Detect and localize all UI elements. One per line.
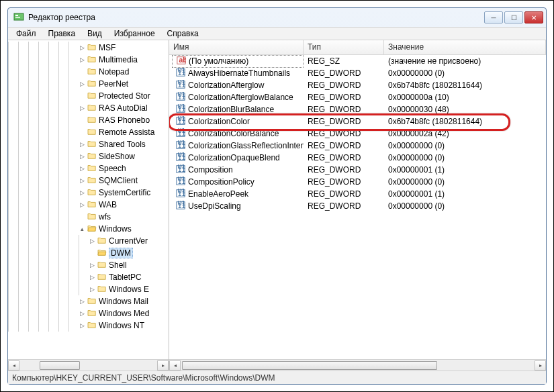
tree-item[interactable]: ▷Windows Mail (8, 295, 169, 307)
scroll-track[interactable] (181, 360, 535, 371)
tree-item[interactable]: ▷Windows Med (8, 307, 169, 320)
column-header-type[interactable]: Тип (304, 40, 384, 54)
value-row[interactable]: 011110AlwaysHibernateThumbnailsREG_DWORD… (169, 67, 546, 79)
value-row[interactable]: 011110UseDpiScalingREG_DWORD0x00000000 (… (169, 200, 546, 212)
expander-icon[interactable]: ▷ (89, 238, 95, 244)
dword-value-icon: 011110 (176, 164, 185, 176)
scroll-right-button[interactable]: ▸ (157, 360, 169, 371)
value-list[interactable]: ab(По умолчанию)REG_SZ(значение не присв… (169, 55, 546, 359)
expander-icon[interactable]: ▷ (89, 286, 95, 293)
tree-item[interactable]: ▷Multimedia (8, 54, 169, 66)
scroll-left-button[interactable]: ◂ (169, 360, 181, 371)
value-row[interactable]: 011110ColorizationGlassReflectionIntensi… (169, 140, 546, 152)
expander-icon[interactable]: ▷ (79, 201, 85, 208)
menu-favorites[interactable]: Избранное (109, 28, 160, 40)
value-row[interactable]: 011110ColorizationOpaqueBlendREG_DWORD0x… (169, 152, 546, 164)
expander-icon[interactable]: ▴ (79, 226, 85, 232)
expander-icon[interactable] (79, 213, 85, 220)
titlebar[interactable]: Редактор реестра ─ ☐ ✕ (8, 8, 546, 27)
scroll-thumb[interactable] (40, 361, 80, 370)
value-row[interactable]: 011110ColorizationAfterglowREG_DWORD0x6b… (169, 79, 546, 91)
expander-icon[interactable]: ▷ (89, 274, 95, 281)
value-row[interactable]: 011110ColorizationColorBalanceREG_DWORD0… (169, 128, 546, 140)
tree-item[interactable]: DWM (8, 247, 169, 259)
tree-item[interactable]: ▷RAS AutoDial (8, 102, 169, 114)
svg-text:110: 110 (178, 177, 185, 185)
menu-file[interactable]: Файл (11, 28, 42, 40)
column-header-name[interactable]: Имя (169, 40, 304, 54)
close-button[interactable]: ✕ (524, 11, 543, 23)
menu-view[interactable]: Вид (82, 28, 107, 40)
menubar: Файл Правка Вид Избранное Справка (8, 27, 546, 40)
value-row[interactable]: 011110ColorizationColorREG_DWORD0x6b74b8… (169, 115, 546, 128)
tree-item[interactable]: Notepad (8, 66, 169, 78)
tree-item[interactable]: Protected Stor (8, 90, 169, 102)
scroll-left-button[interactable]: ◂ (8, 360, 19, 371)
value-row[interactable]: 011110CompositionPolicyREG_DWORD0x000000… (169, 176, 546, 188)
value-data: 0x00000000 (0) (384, 141, 546, 150)
value-name-cell: 011110UseDpiScaling (172, 201, 304, 212)
dword-value-icon: 011110 (176, 68, 185, 79)
value-row[interactable]: 011110CompositionREG_DWORD0x00000001 (1) (169, 164, 546, 176)
tree-item[interactable]: Remote Assista (8, 126, 169, 138)
value-name: UseDpiScaling (188, 201, 241, 211)
value-data: 0x00000030 (48) (384, 105, 546, 114)
expander-icon[interactable]: ▷ (79, 56, 85, 63)
expander-icon[interactable] (79, 117, 85, 124)
tree-item[interactable]: ▷SystemCertific (8, 187, 169, 199)
tree-item[interactable]: RAS Phonebo (8, 114, 169, 126)
expander-icon[interactable] (79, 129, 85, 136)
scroll-right-button[interactable]: ▸ (535, 360, 546, 371)
value-row[interactable]: 011110ColorizationAfterglowBalanceREG_DW… (169, 91, 546, 103)
expander-icon[interactable]: ▷ (79, 322, 85, 329)
expander-icon[interactable]: ▷ (79, 153, 85, 160)
tree-item[interactable]: ▷Shared Tools (8, 138, 169, 150)
value-type: REG_DWORD (304, 81, 384, 90)
tree-item[interactable]: ▷Speech (8, 162, 169, 175)
tree-item[interactable]: ▷CurrentVer (8, 235, 169, 247)
list-horizontal-scrollbar[interactable]: ◂ ▸ (169, 359, 546, 371)
expander-icon[interactable] (89, 250, 95, 256)
scroll-track[interactable] (19, 360, 157, 371)
scroll-thumb[interactable] (182, 361, 437, 370)
registry-tree[interactable]: ▷MSF▷MultimediaNotepad▷PeerNetProtected … (8, 40, 169, 333)
expander-icon[interactable]: ▷ (79, 44, 85, 51)
tree-item[interactable]: ▷WAB (8, 199, 169, 211)
tree-item[interactable]: ▷SideShow (8, 150, 169, 162)
expander-icon[interactable]: ▷ (79, 310, 85, 317)
tree-item-label: Windows E (109, 285, 149, 294)
tree-item[interactable]: ▷Windows E (8, 283, 169, 295)
tree-item[interactable]: ▷PeerNet (8, 78, 169, 90)
tree-item[interactable]: ▷TabletPC (8, 271, 169, 283)
expander-icon[interactable]: ▷ (79, 165, 85, 172)
expander-icon[interactable]: ▷ (79, 189, 85, 196)
tree-item[interactable]: ▷MSF (8, 42, 169, 54)
tree-item[interactable]: wfs (8, 211, 169, 223)
tree-item[interactable]: ▷Shell (8, 259, 169, 271)
dword-value-icon: 011110 (176, 92, 185, 103)
value-row[interactable]: 011110EnableAeroPeekREG_DWORD0x00000001 … (169, 188, 546, 200)
expander-icon[interactable]: ▷ (79, 177, 85, 184)
expander-icon[interactable] (79, 93, 85, 99)
tree-item[interactable]: ▴Windows (8, 223, 169, 235)
menu-edit[interactable]: Правка (43, 28, 81, 40)
menu-help[interactable]: Справка (162, 28, 204, 40)
column-header-value[interactable]: Значение (384, 40, 546, 54)
expander-icon[interactable] (79, 68, 85, 75)
minimize-button[interactable]: ─ (484, 11, 503, 23)
value-name-cell: 011110ColorizationOpaqueBlend (172, 152, 304, 164)
tree-item[interactable]: ▷Windows NT (8, 320, 169, 332)
tree-horizontal-scrollbar[interactable]: ◂ ▸ (8, 359, 169, 371)
maximize-button[interactable]: ☐ (504, 11, 523, 23)
expander-icon[interactable]: ▷ (79, 298, 85, 305)
folder-icon (87, 43, 97, 53)
folder-icon (97, 285, 107, 295)
expander-icon[interactable]: ▷ (79, 81, 85, 87)
value-type: REG_DWORD (304, 105, 384, 114)
value-row[interactable]: 011110ColorizationBlurBalanceREG_DWORD0x… (169, 103, 546, 115)
value-row[interactable]: ab(По умолчанию)REG_SZ(значение не присв… (169, 55, 546, 67)
tree-item[interactable]: ▷SQMClient (8, 175, 169, 187)
expander-icon[interactable]: ▷ (79, 105, 85, 111)
expander-icon[interactable]: ▷ (89, 262, 95, 268)
expander-icon[interactable]: ▷ (79, 141, 85, 148)
